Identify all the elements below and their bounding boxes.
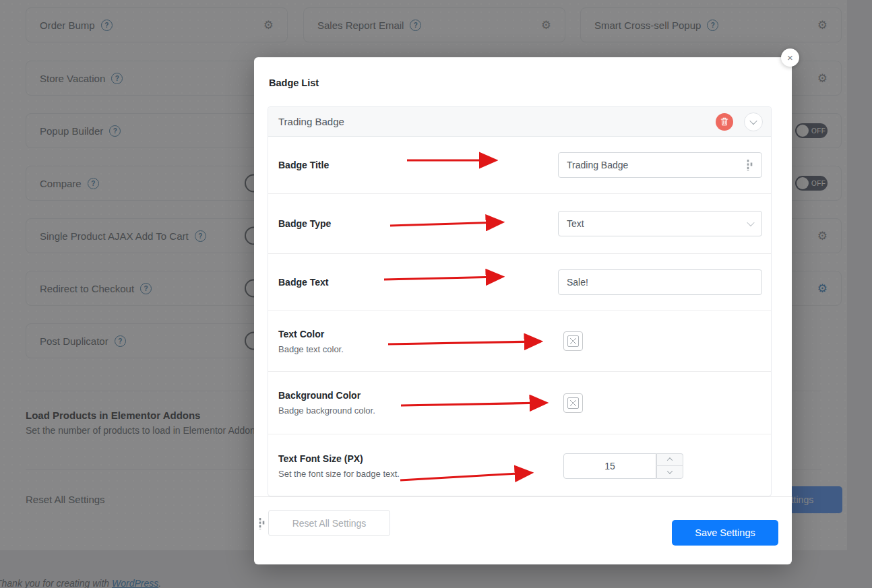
field-label: Badge Title xyxy=(278,160,558,170)
field-row-text-color: Text Color Badge text color. xyxy=(268,311,771,372)
chevron-down-icon xyxy=(747,219,754,226)
page: Order Bump ? ⚙ Sales Report Email ? ⚙ Sm… xyxy=(0,0,872,588)
field-description: Badge background color. xyxy=(278,405,558,416)
modal-footer-divider xyxy=(254,496,792,497)
collapse-badge-button[interactable] xyxy=(744,112,763,131)
text-color-picker-button[interactable] xyxy=(563,331,583,351)
badge-list-modal: Badge List Trading Badge Badge Title xyxy=(254,57,792,564)
number-stepper xyxy=(656,453,683,479)
text-cursor-icon xyxy=(258,518,265,529)
field-label: Badge Type xyxy=(278,218,558,229)
badge-accordion: Trading Badge Badge Title xyxy=(268,106,772,496)
accordion-header[interactable]: Trading Badge xyxy=(268,107,771,137)
delete-badge-button[interactable] xyxy=(716,113,733,131)
field-description: Set the font size for badge text. xyxy=(278,469,558,479)
field-row-badge-title: Badge Title xyxy=(268,137,771,194)
field-row-background-color: Background Color Badge background color. xyxy=(268,372,771,434)
field-row-badge-text: Badge Text xyxy=(268,254,771,311)
field-label: Text Font Size (PX) xyxy=(278,453,558,464)
stepper-up-button[interactable] xyxy=(656,453,683,466)
field-label: Text Color xyxy=(278,329,558,339)
clear-color-icon xyxy=(567,397,579,409)
modal-save-settings-button[interactable]: Save Settings xyxy=(672,520,778,546)
chevron-down-icon xyxy=(667,468,673,473)
modal-reset-all-settings-button[interactable]: Reset All Settings xyxy=(268,510,390,536)
trash-icon xyxy=(720,117,728,126)
badge-type-select[interactable]: Text xyxy=(558,211,762,236)
chevron-up-icon xyxy=(667,457,673,463)
clear-color-icon xyxy=(567,335,579,347)
field-label: Background Color xyxy=(278,390,558,401)
accordion-title: Trading Badge xyxy=(278,116,344,127)
field-row-badge-type: Badge Type Text xyxy=(268,194,771,254)
close-icon[interactable]: × xyxy=(781,48,799,67)
field-label: Badge Text xyxy=(278,277,558,288)
stepper-down-button[interactable] xyxy=(656,465,683,479)
text-cursor-icon xyxy=(746,160,753,171)
field-row-font-size: Text Font Size (PX) Set the font size fo… xyxy=(268,434,771,496)
badge-text-input[interactable] xyxy=(558,269,762,295)
modal-title: Badge List xyxy=(269,77,319,88)
badge-title-input[interactable] xyxy=(558,152,762,178)
background-color-picker-button[interactable] xyxy=(563,393,583,413)
font-size-input[interactable] xyxy=(563,453,656,479)
selected-option: Text xyxy=(567,218,584,229)
chevron-down-icon xyxy=(749,117,757,124)
field-description: Badge text color. xyxy=(278,344,558,354)
